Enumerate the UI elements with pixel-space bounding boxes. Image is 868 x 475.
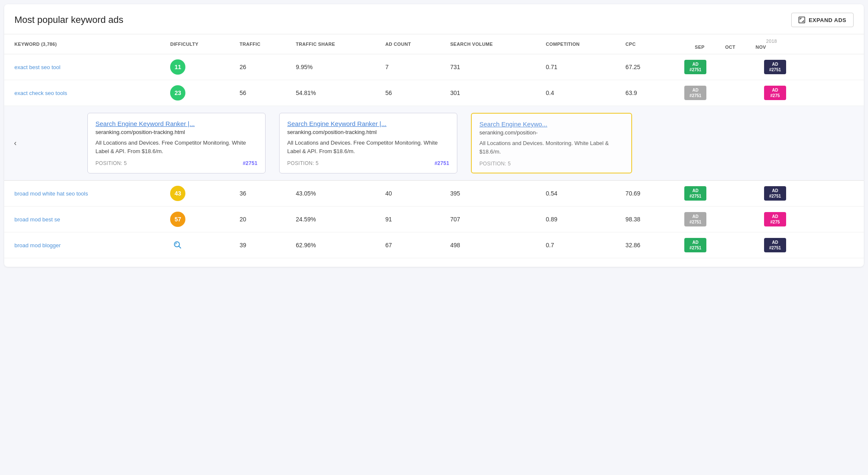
ad-card-desc-3: All Locations and Devices. Monitoring. W…	[479, 139, 624, 156]
nov-cell-4	[839, 207, 864, 232]
ad-count-cell-4: 91	[380, 207, 445, 232]
ad-card-desc-2: All Locations and Devices. Free Competit…	[287, 139, 449, 155]
page-title: Most popular keyword ads	[14, 14, 123, 25]
cpc-cell-3: 70.69	[620, 181, 666, 207]
sep-cell-2: AD#2751	[679, 80, 759, 106]
ad-card-position-2: POSITION: 5	[287, 160, 319, 166]
traffic-share-cell-4: 24.59%	[291, 207, 380, 232]
table-header-row: KEYWORD (3,786) DIFFICULTY TRAFFIC TRAFF…	[4, 34, 864, 54]
ad-card-1: Search Engine Keyword Ranker |... serank…	[87, 113, 266, 173]
competition-cell-5: 0.7	[541, 232, 621, 258]
table-row: broad mod best se 57 20 24.59% 91 707 0.…	[4, 207, 864, 232]
keyword-link-4[interactable]: broad mod best se	[4, 207, 165, 232]
prev-arrow[interactable]: ‹	[8, 137, 22, 150]
ad-badge-oct-1[interactable]: AD#2751	[764, 60, 786, 74]
difficulty-badge-3: 43	[170, 186, 185, 201]
ad-badge-sep-4[interactable]: AD#2751	[684, 212, 706, 226]
ad-card-url-1: seranking.com/position-tracking.html	[95, 129, 258, 135]
table-row: broad mod blogger 39 62.96% 67	[4, 232, 864, 258]
nav-cell-1	[666, 54, 679, 80]
col-header-year: 2018 SEP OCT NOV	[679, 34, 864, 54]
ad-card-position-1: POSITION: 5	[95, 160, 127, 166]
traffic-cell-4: 20	[235, 207, 291, 232]
difficulty-cell-1: 11	[165, 54, 235, 80]
cpc-cell-1: 67.25	[620, 54, 666, 80]
sep-cell-1: AD#2751	[679, 54, 759, 80]
competition-cell-3: 0.54	[541, 181, 621, 207]
svg-rect-0	[799, 17, 805, 23]
ad-card-position-3: POSITION: 5	[479, 161, 511, 167]
nav-cell-5	[666, 232, 679, 258]
difficulty-cell-5	[165, 232, 235, 258]
traffic-share-cell-1: 9.95%	[291, 54, 380, 80]
traffic-share-cell-5: 62.96%	[291, 232, 380, 258]
cpc-cell-2: 63.9	[620, 80, 666, 106]
col-header-ad-count: AD COUNT	[380, 34, 445, 54]
difficulty-cell-4: 57	[165, 207, 235, 232]
col-header-difficulty: DIFFICULTY	[165, 34, 235, 54]
ad-badge-sep-2[interactable]: AD#2751	[684, 86, 706, 100]
ad-card-hash-2: #2751	[434, 160, 449, 166]
ad-card-2: Search Engine Keyword Ranker |... serank…	[279, 113, 457, 173]
difficulty-badge-2: 23	[170, 85, 185, 101]
ad-count-cell-1: 7	[380, 54, 445, 80]
table-wrapper: KEYWORD (3,786) DIFFICULTY TRAFFIC TRAFF…	[4, 34, 864, 258]
ad-card-url-3: seranking.com/position-	[479, 129, 624, 136]
ad-badge-sep-3[interactable]: AD#2751	[684, 186, 706, 201]
ad-card-title-2[interactable]: Search Engine Keyword Ranker |...	[287, 120, 449, 127]
keyword-table: KEYWORD (3,786) DIFFICULTY TRAFFIC TRAFF…	[4, 34, 864, 258]
search-volume-cell-5: 498	[445, 232, 540, 258]
expand-icon	[798, 17, 805, 23]
difficulty-badge-4: 57	[170, 212, 185, 227]
ad-card-hash-1: #2751	[243, 160, 258, 166]
traffic-cell-3: 36	[235, 181, 291, 207]
col-header-traffic-share: TRAFFIC SHARE	[291, 34, 380, 54]
competition-cell-2: 0.4	[541, 80, 621, 106]
ad-popup-row: ‹ Search Engine Keyword Ranker |... sera…	[4, 106, 864, 181]
ad-badge-oct-3[interactable]: AD#2751	[764, 186, 786, 201]
ad-count-cell-5: 67	[380, 232, 445, 258]
expand-ads-button[interactable]: EXPAND ADS	[791, 13, 854, 27]
nav-cell-4	[666, 207, 679, 232]
search-volume-cell-2: 301	[445, 80, 540, 106]
nav-cell-2	[666, 80, 679, 106]
ad-badge-oct-5[interactable]: AD#2751	[764, 238, 786, 252]
keyword-link-2[interactable]: exact check seo tools	[4, 80, 165, 106]
nov-cell-2	[839, 80, 864, 106]
nov-cell-3	[839, 181, 864, 207]
cpc-cell-4: 98.38	[620, 207, 666, 232]
ad-card-footer-3: POSITION: 5	[479, 161, 624, 167]
oct-cell-3: AD#2751	[759, 181, 839, 207]
ad-card-footer-1: POSITION: 5 #2751	[95, 160, 258, 166]
table-row: broad mod white hat seo tools 43 36 43.0…	[4, 181, 864, 207]
oct-cell-5: AD#2751	[759, 232, 839, 258]
ad-count-cell-3: 40	[380, 181, 445, 207]
difficulty-badge-1: 11	[170, 59, 185, 75]
ad-badge-sep-1[interactable]: AD#2751	[684, 60, 706, 74]
ad-popup-cell: ‹ Search Engine Keyword Ranker |... sera…	[4, 106, 864, 181]
sep-cell-5: AD#2751	[679, 232, 759, 258]
traffic-share-cell-3: 43.05%	[291, 181, 380, 207]
ad-card-title-1[interactable]: Search Engine Keyword Ranker |...	[95, 120, 258, 127]
ad-card-footer-2: POSITION: 5 #2751	[287, 160, 449, 166]
ad-badge-sep-5[interactable]: AD#2751	[684, 238, 706, 252]
ad-count-cell-2: 56	[380, 80, 445, 106]
col-header-competition: COMPETITION	[541, 34, 621, 54]
ad-cards-area: ‹ Search Engine Keyword Ranker |... sera…	[4, 106, 864, 180]
keyword-link-1[interactable]: exact best seo tool	[4, 54, 165, 80]
search-volume-cell-3: 395	[445, 181, 540, 207]
traffic-share-cell-2: 54.81%	[291, 80, 380, 106]
keyword-link-5[interactable]: broad mod blogger	[4, 232, 165, 258]
col-header-nav	[666, 34, 679, 54]
table-row: exact check seo tools 23 56 54.81% 56 30…	[4, 80, 864, 106]
ad-badge-oct-4[interactable]: AD#275	[764, 212, 786, 226]
nav-cell-3	[666, 181, 679, 207]
keyword-link-3[interactable]: broad mod white hat seo tools	[4, 181, 165, 207]
sep-cell-4: AD#2751	[679, 207, 759, 232]
ad-card-title-3[interactable]: Search Engine Keywo...	[479, 120, 624, 128]
traffic-cell-2: 56	[235, 80, 291, 106]
competition-cell-1: 0.71	[541, 54, 621, 80]
ad-badge-oct-2[interactable]: AD#275	[764, 86, 786, 100]
nov-cell-5	[839, 232, 864, 258]
nov-cell-1	[839, 54, 864, 80]
